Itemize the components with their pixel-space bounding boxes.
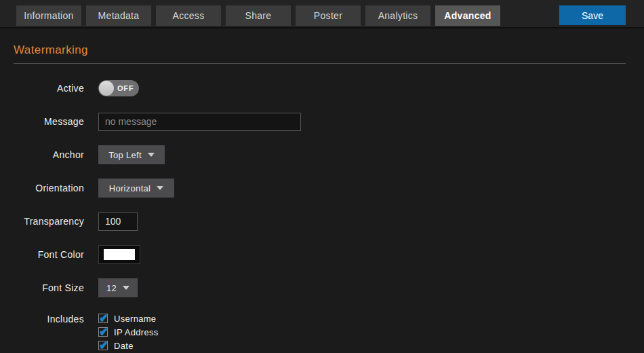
transparency-input[interactable] bbox=[98, 212, 138, 231]
chevron-down-icon bbox=[123, 286, 129, 290]
font-color-picker[interactable] bbox=[98, 245, 140, 264]
watermarking-form: Active OFF Message Anchor Top Left bbox=[14, 79, 630, 352]
checkbox-date[interactable]: Date bbox=[98, 339, 159, 352]
section-divider bbox=[14, 63, 626, 64]
tab-information[interactable]: Information bbox=[16, 5, 81, 26]
save-button[interactable]: Save bbox=[559, 5, 626, 25]
font-color-label: Font Color bbox=[14, 249, 84, 260]
anchor-label: Anchor bbox=[14, 149, 84, 160]
checkbox-checked-icon[interactable] bbox=[98, 327, 108, 337]
font-size-value: 12 bbox=[106, 283, 117, 293]
tab-analytics[interactable]: Analytics bbox=[365, 5, 430, 26]
message-input[interactable] bbox=[98, 113, 301, 131]
active-label: Active bbox=[14, 83, 84, 94]
toggle-knob-icon bbox=[99, 81, 114, 96]
tab-advanced[interactable]: Advanced bbox=[435, 5, 500, 26]
font-size-dropdown[interactable]: 12 bbox=[98, 278, 138, 297]
section-title: Watermarking bbox=[14, 43, 630, 57]
chevron-down-icon bbox=[148, 153, 155, 157]
orientation-value: Horizontal bbox=[109, 183, 151, 193]
checkbox-checked-icon[interactable] bbox=[98, 314, 108, 323]
font-size-label: Font Size bbox=[14, 282, 84, 293]
tab-bar: Information Metadata Access Share Poster… bbox=[0, 0, 644, 29]
checkbox-username-label: Username bbox=[114, 314, 156, 324]
active-toggle[interactable]: OFF bbox=[98, 80, 139, 96]
row-includes: Includes Username IP Address Date bbox=[14, 312, 630, 352]
anchor-dropdown[interactable]: Top Left bbox=[98, 145, 165, 164]
checkbox-checked-icon[interactable] bbox=[98, 341, 108, 350]
includes-checkbox-list: Username IP Address Date bbox=[98, 312, 159, 352]
font-color-swatch bbox=[104, 249, 135, 260]
includes-label: Includes bbox=[14, 314, 84, 324]
row-active: Active OFF bbox=[14, 79, 630, 98]
toggle-state-label: OFF bbox=[117, 84, 134, 92]
tab-access[interactable]: Access bbox=[156, 5, 221, 26]
tab-share[interactable]: Share bbox=[226, 5, 291, 26]
checkbox-ip-address[interactable]: IP Address bbox=[98, 325, 159, 339]
row-font-color: Font Color bbox=[14, 245, 630, 264]
tab-poster[interactable]: Poster bbox=[296, 5, 361, 26]
checkbox-username[interactable]: Username bbox=[98, 312, 159, 325]
checkbox-date-label: Date bbox=[114, 341, 134, 351]
row-font-size: Font Size 12 bbox=[14, 278, 630, 297]
tab-metadata[interactable]: Metadata bbox=[86, 5, 151, 26]
orientation-label: Orientation bbox=[14, 183, 84, 193]
advanced-panel: Watermarking Active OFF Message Anchor bbox=[0, 43, 644, 352]
orientation-dropdown[interactable]: Horizontal bbox=[98, 179, 174, 198]
row-message: Message bbox=[14, 112, 630, 131]
message-label: Message bbox=[14, 116, 84, 127]
row-transparency: Transparency bbox=[14, 212, 630, 231]
transparency-label: Transparency bbox=[14, 216, 84, 227]
row-orientation: Orientation Horizontal bbox=[14, 179, 630, 198]
checkbox-ip-address-label: IP Address bbox=[114, 327, 159, 337]
chevron-down-icon bbox=[157, 186, 163, 190]
row-anchor: Anchor Top Left bbox=[14, 145, 630, 164]
anchor-value: Top Left bbox=[108, 150, 142, 160]
